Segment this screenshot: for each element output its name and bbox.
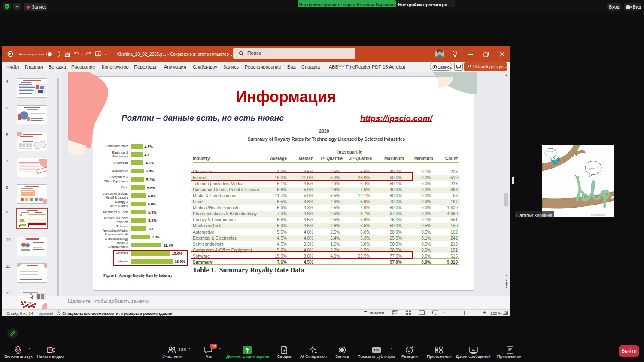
- svg-text:thelittleblue.com: thelittleblue.com: [591, 214, 605, 216]
- svg-text:great!: great!: [589, 166, 598, 170]
- svg-text:P: P: [9, 52, 12, 56]
- svg-text:CC: CC: [374, 348, 379, 352]
- svg-text:how are: how are: [547, 151, 554, 153]
- svg-text:you?: you?: [549, 153, 553, 155]
